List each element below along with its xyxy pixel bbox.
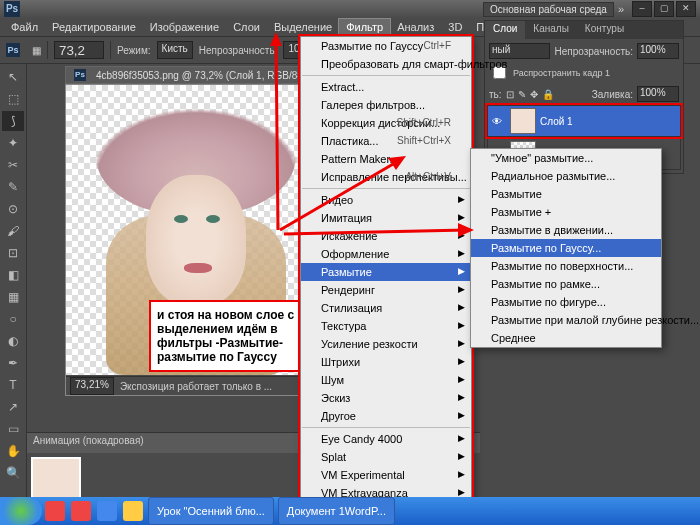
filter-item[interactable]: VM Experimental▶ [301,466,471,484]
lock-pos-icon[interactable]: ✥ [530,89,538,100]
filter-item[interactable]: Усиление резкости▶ [301,335,471,353]
mode-dropdown[interactable]: Кисть [157,41,193,59]
blur-item[interactable]: "Умное" размытие... [471,149,661,167]
anim-frame[interactable]: 0 сек. [31,457,81,501]
filter-item[interactable]: Splat▶ [301,448,471,466]
eyedropper-tool[interactable]: ✎ [2,177,24,197]
filter-item[interactable]: Eye Candy 4000▶ [301,430,471,448]
path-tool[interactable]: ↗ [2,397,24,417]
zoom-tool[interactable]: 🔍 [2,463,24,483]
filter-item[interactable]: Pattern Maker... [301,150,471,168]
app-logo: Ps [4,1,20,17]
filter-item[interactable]: Рендеринг▶ [301,281,471,299]
filter-item[interactable]: Видео▶ [301,191,471,209]
brush-tool[interactable]: 🖌 [2,221,24,241]
filter-item[interactable]: Штрихи▶ [301,353,471,371]
menu-файл[interactable]: Файл [4,19,45,35]
move-tool[interactable]: ↖ [2,67,24,87]
ps-icon: Ps [6,43,20,57]
ie-icon[interactable] [97,501,117,521]
filter-item[interactable]: Текстура▶ [301,317,471,335]
eraser-tool[interactable]: ◧ [2,265,24,285]
zoom-input[interactable] [54,41,104,59]
filter-item[interactable]: Размытие▶ [301,263,471,281]
opera-icon[interactable] [71,501,91,521]
hand-tool[interactable]: ✋ [2,441,24,461]
blur-item[interactable]: Размытие по рамке... [471,275,661,293]
document-statusbar: 73,21% Экспозиция работает только в ... … [66,376,326,395]
menu-фильтр[interactable]: Фильтр [339,19,390,35]
folder-icon[interactable] [123,501,143,521]
pen-tool[interactable]: ✒ [2,353,24,373]
blur-item[interactable]: Размытие по Гауссу... [471,239,661,257]
filter-item[interactable]: Размытие по ГауссуCtrl+F [301,37,471,55]
filter-item[interactable]: Оформление▶ [301,245,471,263]
filter-item[interactable]: Преобразовать для смарт-фильтров [301,55,471,73]
menu-редактирование[interactable]: Редактирование [45,19,143,35]
panel-tab[interactable]: Слои [485,21,525,39]
lasso-tool[interactable]: ⟆ [2,111,24,131]
lock-icon[interactable]: ⊡ [506,89,514,100]
doc-icon: Ps [74,69,86,81]
blur-tool[interactable]: ○ [2,309,24,329]
filter-item[interactable]: Эскиз▶ [301,389,471,407]
opacity-label: Непрозрачность: [199,45,278,56]
filter-item[interactable]: Имитация▶ [301,209,471,227]
filter-item[interactable]: Другое▶ [301,407,471,425]
marquee-tool[interactable]: ⬚ [2,89,24,109]
taskbar-button[interactable]: Документ 1WordP... [278,497,395,525]
filter-item[interactable]: Исправление перспективы...Alt+Ctrl+V [301,168,471,186]
panel-tab[interactable]: Каналы [525,21,577,39]
panel-tab[interactable]: Контуры [577,21,632,39]
dodge-tool[interactable]: ◐ [2,331,24,351]
filter-item[interactable]: Искажение▶ [301,227,471,245]
wand-tool[interactable]: ✦ [2,133,24,153]
blur-item[interactable]: Размытие по поверхности... [471,257,661,275]
panel-tabs: СлоиКаналыКонтуры [485,21,683,39]
filter-item[interactable]: Пластика...Shift+Ctrl+X [301,132,471,150]
layer-opacity-input[interactable]: 100% [637,43,679,59]
menu-анализ[interactable]: Анализ [390,19,441,35]
filter-item[interactable]: Стилизация▶ [301,299,471,317]
lock-pixels-icon[interactable]: ✎ [518,89,526,100]
lock-label: ть: [489,89,502,100]
gradient-tool[interactable]: ▦ [2,287,24,307]
close-button[interactable]: ✕ [676,1,696,17]
menu-слои[interactable]: Слои [226,19,267,35]
blur-item[interactable]: Радиальное размытие... [471,167,661,185]
workspace-chevron-icon[interactable]: » [618,3,624,15]
fill-input[interactable]: 100% [637,86,679,102]
filter-item[interactable]: Extract... [301,78,471,96]
menu-изображение[interactable]: Изображение [143,19,226,35]
shape-tool[interactable]: ▭ [2,419,24,439]
toolbox: ↖ ⬚ ⟆ ✦ ✂ ✎ ⊙ 🖌 ⊡ ◧ ▦ ○ ◐ ✒ T ↗ ▭ ✋ 🔍 [0,64,27,504]
menu-выделение[interactable]: Выделение [267,19,339,35]
blur-item[interactable]: Среднее [471,329,661,347]
blur-item[interactable]: Размытие при малой глубине резкости... [471,311,661,329]
crop-tool[interactable]: ✂ [2,155,24,175]
lock-all-icon[interactable]: 🔒 [542,89,554,100]
workspace-selector[interactable]: Основная рабочая среда [483,2,614,17]
layer-row[interactable]: 👁Слой 1 [487,105,681,137]
maximize-button[interactable]: ▢ [654,1,674,17]
text-tool[interactable]: T [2,375,24,395]
heal-tool[interactable]: ⊙ [2,199,24,219]
filter-item[interactable]: Шум▶ [301,371,471,389]
blur-item[interactable]: Размытие + [471,203,661,221]
taskbar-icon[interactable] [45,501,65,521]
blend-dropdown[interactable]: ный [489,43,550,59]
tool-icon[interactable]: ▦ [32,45,41,56]
taskbar-button[interactable]: Урок "Осенний блю... [148,497,274,525]
blur-item[interactable]: Размытие [471,185,661,203]
status-zoom[interactable]: 73,21% [70,377,114,395]
visibility-icon[interactable]: 👁 [488,116,506,127]
minimize-button[interactable]: – [632,1,652,17]
start-button[interactable] [0,497,42,525]
filter-item[interactable]: Коррекция дисторсии...Shift+Ctrl+R [301,114,471,132]
document-tab[interactable]: Ps 4cb896f35053.png @ 73,2% (Слой 1, RGB… [65,66,315,84]
blur-item[interactable]: Размытие в движении... [471,221,661,239]
stamp-tool[interactable]: ⊡ [2,243,24,263]
blur-item[interactable]: Размытие по фигуре... [471,293,661,311]
menu-3d[interactable]: 3D [441,19,469,35]
filter-item[interactable]: Галерея фильтров... [301,96,471,114]
